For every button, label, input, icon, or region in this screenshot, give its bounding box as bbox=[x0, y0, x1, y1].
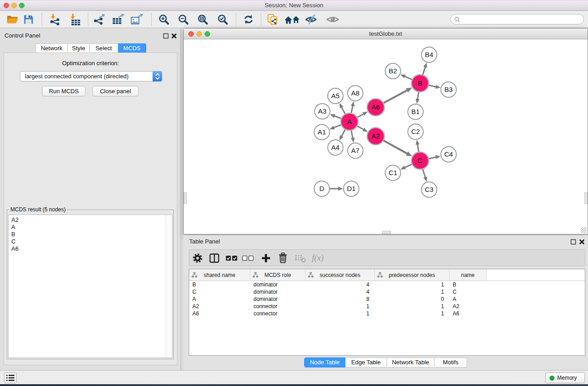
column-header-predecessor-nodes[interactable]: predecessor nodes bbox=[375, 269, 449, 281]
table-cell[interactable]: 1 bbox=[306, 310, 375, 317]
table-cell[interactable]: 1 bbox=[375, 288, 449, 295]
graph-node-A3[interactable]: A3 bbox=[315, 104, 330, 119]
deselect-all-button[interactable] bbox=[240, 251, 255, 265]
zoom-fit-button[interactable] bbox=[195, 12, 211, 27]
table-cell[interactable]: 0 bbox=[375, 295, 449, 303]
table-cell[interactable]: 8 bbox=[306, 295, 375, 303]
graph-node-A7[interactable]: A7 bbox=[348, 143, 363, 158]
add-column-button[interactable] bbox=[258, 251, 273, 265]
graph-node-A6[interactable]: A6 bbox=[367, 99, 384, 116]
column-header-MCDS-role[interactable]: MCDS role bbox=[250, 269, 306, 281]
table-row[interactable]: Bdominator41B bbox=[189, 281, 585, 288]
table-cell[interactable]: 1 bbox=[375, 281, 449, 288]
tab-style[interactable]: Style bbox=[68, 43, 90, 53]
graph-node-A4[interactable]: A4 bbox=[328, 140, 343, 155]
show-all-button[interactable] bbox=[325, 12, 341, 27]
table-row[interactable]: Adominator80A bbox=[189, 295, 585, 303]
tab-network-table[interactable]: Network Table bbox=[387, 357, 435, 367]
save-session-button[interactable] bbox=[20, 12, 37, 27]
column-header-shared-name[interactable]: shared name bbox=[189, 269, 250, 281]
table-cell[interactable]: A2 bbox=[189, 303, 250, 310]
table-cell[interactable]: A2 bbox=[449, 303, 487, 310]
export-network-button[interactable] bbox=[91, 12, 107, 27]
canvas-left-scrollbar[interactable] bbox=[184, 192, 187, 204]
float-table-panel-button[interactable] bbox=[569, 239, 577, 246]
delete-column-button[interactable] bbox=[276, 251, 290, 265]
table-cell[interactable]: connector bbox=[250, 310, 306, 317]
table-cell[interactable]: 4 bbox=[306, 288, 375, 295]
mcds-result-item[interactable]: C bbox=[9, 238, 172, 245]
table-cell[interactable]: 4 bbox=[306, 281, 375, 288]
float-panel-button[interactable] bbox=[162, 33, 169, 40]
table-row[interactable]: Cdominator41C bbox=[189, 288, 585, 295]
close-table-panel-button[interactable] bbox=[578, 239, 585, 246]
function-builder-button[interactable]: f(x) bbox=[309, 251, 327, 265]
table-cell[interactable]: A6 bbox=[189, 310, 250, 317]
open-session-button[interactable] bbox=[4, 12, 20, 27]
table-cell[interactable]: A bbox=[449, 295, 487, 303]
table-cell[interactable]: A6 bbox=[449, 310, 487, 317]
tab-network[interactable]: Network bbox=[35, 43, 68, 53]
import-network-button[interactable] bbox=[47, 12, 63, 27]
graph-node-C1[interactable]: C1 bbox=[385, 165, 401, 181]
export-table-button[interactable] bbox=[110, 12, 126, 27]
export-image-button[interactable] bbox=[129, 12, 145, 27]
graph-node-B4[interactable]: B4 bbox=[421, 47, 437, 62]
refresh-button[interactable] bbox=[240, 12, 257, 27]
graph-node-A5[interactable]: A5 bbox=[328, 88, 343, 104]
graph-node-B[interactable]: B bbox=[411, 75, 429, 92]
import-table-button[interactable] bbox=[67, 12, 83, 27]
table-cell[interactable]: B bbox=[189, 281, 250, 288]
table-row[interactable]: A6connector11A6 bbox=[189, 310, 585, 317]
graph-node-C2[interactable]: C2 bbox=[408, 124, 423, 139]
neighbors-button[interactable] bbox=[284, 12, 301, 27]
table-row[interactable]: A2connector11A2 bbox=[189, 303, 585, 310]
task-history-button[interactable] bbox=[4, 372, 17, 383]
graph-node-A[interactable]: A bbox=[341, 113, 358, 130]
scrollbar[interactable] bbox=[166, 215, 172, 357]
table-options-button[interactable] bbox=[190, 251, 205, 265]
table-cell[interactable]: 1 bbox=[375, 310, 449, 317]
network-from-selection-button[interactable] bbox=[264, 12, 281, 27]
column-header-successor-nodes[interactable]: successor nodes bbox=[306, 269, 375, 281]
table-cell[interactable]: dominator bbox=[250, 288, 306, 295]
run-mcds-button[interactable]: Run MCDS bbox=[42, 86, 86, 96]
graph-node-B1[interactable]: B1 bbox=[408, 104, 423, 119]
zoom-in-button[interactable] bbox=[156, 12, 172, 27]
search-input[interactable] bbox=[460, 14, 583, 24]
table-cell[interactable]: dominator bbox=[250, 281, 306, 288]
column-header-name[interactable]: name bbox=[449, 269, 487, 281]
hide-selected-button[interactable] bbox=[303, 12, 320, 27]
close-panel-button[interactable] bbox=[170, 33, 177, 40]
graph-node-C[interactable]: C bbox=[411, 152, 429, 169]
graph-node-B2[interactable]: B2 bbox=[385, 63, 401, 79]
table-cell[interactable]: B bbox=[449, 281, 487, 288]
select-all-button[interactable] bbox=[224, 251, 239, 265]
graph-node-A8[interactable]: A8 bbox=[348, 86, 363, 101]
graph-node-C3[interactable]: C3 bbox=[421, 182, 437, 197]
mcds-result-item[interactable]: A bbox=[9, 224, 172, 231]
canvas-bottom-scrollbar[interactable] bbox=[382, 231, 391, 234]
tab-motifs[interactable]: Motifs bbox=[435, 357, 467, 367]
zoom-selected-button[interactable] bbox=[215, 12, 231, 27]
tab-edge-table[interactable]: Edge Table bbox=[345, 357, 387, 367]
table-cell[interactable]: connector bbox=[250, 303, 306, 310]
graph-node-D[interactable]: D bbox=[314, 181, 330, 196]
mcds-result-item[interactable]: B bbox=[9, 231, 172, 238]
tab-mcds[interactable]: MCDS bbox=[118, 43, 146, 53]
graph-node-C4[interactable]: C4 bbox=[441, 147, 456, 162]
table-cell[interactable]: C bbox=[449, 288, 487, 295]
table-cell[interactable]: C bbox=[189, 288, 250, 295]
canvas-right-scrollbar[interactable] bbox=[584, 192, 588, 204]
optimization-criterion-select[interactable]: largest connected component (directed) bbox=[20, 71, 162, 81]
graph-node-B3[interactable]: B3 bbox=[441, 82, 456, 97]
close-panel-action-button[interactable]: Close panel bbox=[92, 86, 139, 96]
table-cell[interactable]: 1 bbox=[375, 303, 449, 310]
resize-grip[interactable] bbox=[581, 227, 587, 233]
zoom-out-button[interactable] bbox=[175, 12, 191, 27]
tab-node-table[interactable]: Node Table bbox=[304, 357, 345, 367]
table-cell[interactable]: dominator bbox=[250, 295, 306, 303]
mcds-result-item[interactable]: A6 bbox=[9, 245, 172, 253]
table-cell[interactable]: A bbox=[189, 295, 250, 303]
table-cell[interactable]: 1 bbox=[306, 303, 375, 310]
